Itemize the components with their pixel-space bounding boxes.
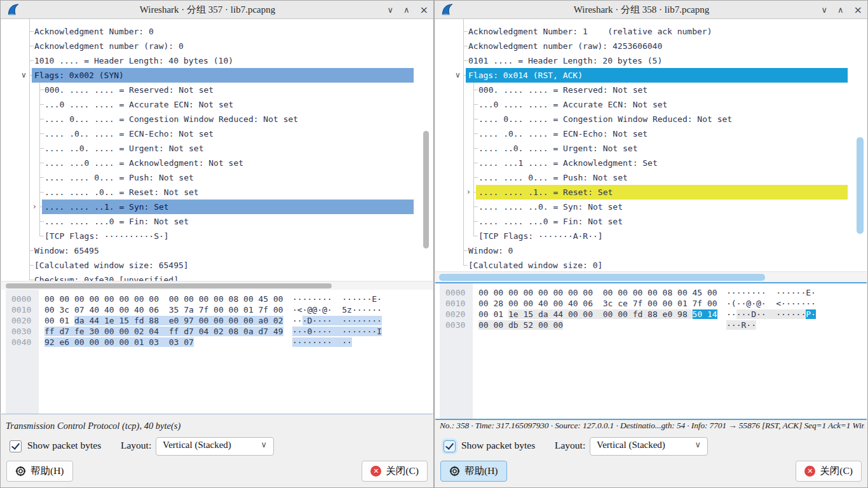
hex-row[interactable]: 002000 01 1e 15 da 44 00 00 00 00 fd 88 … [435,309,867,320]
hex-row[interactable]: 000000 00 00 00 00 00 00 00 00 00 00 00 … [435,287,867,298]
hex-segment[interactable]: 00 00 00 00 00 00 00 00 00 00 00 00 08 0… [44,294,283,304]
hex-row[interactable]: 001000 3c 07 40 40 00 40 06 35 7a 7f 00 … [1,304,433,315]
hex-segment[interactable]: 1e 15 da 44 00 00 00 00 fd 88 e0 98 [508,309,693,319]
hex-row[interactable]: 004092 e6 00 00 00 00 01 03 03 07·······… [1,337,433,348]
close-icon[interactable]: × [854,4,862,16]
tree-row[interactable]: Checksum: 0xfe30 [unverified] [1,273,433,281]
hex-segment[interactable]: ········ ······E· [292,294,382,304]
unshade-icon[interactable]: ∧ [837,5,844,15]
shade-icon[interactable]: ∨ [822,5,828,15]
help-button[interactable]: 帮助(H) [440,461,507,482]
hex-segment[interactable]: ···0···· ·······I [292,327,382,336]
hex-segment[interactable]: ·· [292,316,302,325]
tree-row[interactable]: ›.... .... .1.. = Reset: Set [435,185,867,200]
tree-row[interactable]: Acknowledgment number (raw): 4253606040 [435,39,867,53]
vertical-scrollbar[interactable] [857,137,864,234]
tree-row[interactable]: Acknowledgment number (raw): 0 [1,39,433,53]
tree-row[interactable]: .... ..0. .... = Urgent: Not set [435,141,867,156]
packet-bytes-pane[interactable]: 000000 00 00 00 00 00 00 00 00 00 00 00 … [435,282,867,420]
tree-row[interactable]: .... ...1 .... = Acknowledgment: Set [435,156,867,170]
show-packet-bytes-checkbox[interactable] [444,440,456,452]
close-icon[interactable]: × [420,4,428,16]
hex-segment[interactable]: P· [806,309,816,319]
tree-row[interactable]: ∨Flags: 0x014 (RST, ACK) [435,68,867,83]
tree-row[interactable]: .... .0.. .... = ECN-Echo: Not set [435,126,867,141]
expand-icon[interactable]: › [33,200,36,214]
hex-segment[interactable]: 00 28 00 00 40 00 40 06 3c ce 7f 00 00 0… [478,299,717,308]
layout-dropdown[interactable]: Vertical (Stacked) ∨ [590,437,708,456]
tree-row[interactable]: [TCP Flags: ·······A·R··] [435,229,867,243]
tree-row[interactable]: 0101 .... = Header Length: 20 bytes (5) [435,53,867,68]
tree-row[interactable]: .... .... ..0. = Syn: Not set [435,200,867,214]
hex-segment[interactable]: 00 3c 07 40 40 00 40 06 35 7a 7f 00 00 0… [44,305,283,315]
tree-row[interactable]: .... .... 0... = Push: Not set [1,170,433,185]
tree-row[interactable]: Window: 0 [435,243,867,258]
tree-row[interactable]: 000. .... .... = Reserved: Not set [435,83,867,97]
tree-row[interactable]: .... .... 0... = Push: Not set [435,170,867,185]
tree-row[interactable]: .... .0.. .... = ECN-Echo: Not set [1,126,433,141]
hex-segment[interactable]: 00 00 00 00 00 00 00 00 00 00 00 00 08 0… [478,288,717,297]
tree-row[interactable]: .... .... ...0 = Fin: Not set [435,214,867,229]
hex-segment[interactable]: ff d7 fe 30 00 00 02 04 ff d7 04 02 08 0… [44,327,283,336]
layout-dropdown[interactable]: Vertical (Stacked) ∨ [156,437,274,456]
hex-segment[interactable]: ···R·· [726,320,756,330]
tree-row[interactable]: .... 0... .... = Congestion Window Reduc… [435,112,867,126]
hex-row[interactable]: 001000 28 00 00 40 00 40 06 3c ce 7f 00 … [435,298,867,309]
horizontal-scrollbar[interactable] [1,281,433,290]
shade-icon[interactable]: ∨ [388,5,394,15]
tree-row[interactable]: [TCP Flags: ··········S·] [1,229,433,243]
tree-row[interactable]: .... .... ...0 = Fin: Not set [1,214,433,229]
hex-segment[interactable]: ·· [726,309,736,319]
hex-segment[interactable]: ·<·@@·@· 5z······ [292,305,382,315]
close-button[interactable]: ✕ 关闭(C) [362,461,428,482]
packet-bytes-pane[interactable]: 000000 00 00 00 00 00 00 00 00 00 00 00 … [1,290,433,414]
titlebar[interactable]: Wireshark · 分组 358 · lib7.pcapng ∨ ∧ × [435,1,867,19]
tree-row[interactable]: .... .... .0.. = Reset: Not set [1,185,433,200]
tree-row-label: .... .... .1.. = Reset: Set [478,185,613,200]
tree-row[interactable]: [Calculated window size: 65495] [1,258,433,273]
tree-row[interactable]: .... 0... .... = Congestion Window Reduc… [1,112,433,126]
hex-row[interactable]: 002000 01 da 44 1e 15 fd 88 e0 97 00 00 … [1,315,433,326]
tree-row[interactable]: [Calculated window size: 0] [435,258,867,271]
hex-segment[interactable]: ·(··@·@· <······· [726,299,816,308]
hex-segment[interactable]: 00 01 [478,309,508,319]
collapse-icon[interactable]: ∨ [455,68,461,83]
hex-segment[interactable]: 00 00 db 52 00 00 [478,320,563,330]
packet-detail-tree[interactable]: Acknowledgment Number: 1 (relative ack n… [435,19,867,271]
hex-row[interactable]: 003000 00 db 52 00 00···R·· [435,320,867,330]
hex-segment[interactable]: ········ ······E· [726,288,816,297]
tree-row[interactable]: Acknowledgment Number: 1 (relative ack n… [435,24,867,39]
show-packet-bytes-checkbox[interactable] [10,440,22,452]
vertical-scrollbar[interactable] [423,131,429,248]
tree-row[interactable]: ∨Flags: 0x002 (SYN) [1,68,433,83]
hex-segment[interactable]: ·D···· ········ [302,316,382,325]
hex-bytes: 00 00 00 00 00 00 00 00 00 00 00 00 08 0… [478,287,717,298]
tree-row[interactable]: ...0 .... .... = Accurate ECN: Not set [435,97,867,112]
packet-detail-tree[interactable]: Acknowledgment Number: 0Acknowledgment n… [1,19,433,281]
hex-bytes: 00 28 00 00 40 00 40 06 3c ce 7f 00 00 0… [478,298,717,309]
tree-row[interactable]: Window: 65495 [1,243,433,258]
hex-segment[interactable]: 50 14 [693,309,717,319]
help-button[interactable]: 帮助(H) [6,461,73,482]
titlebar[interactable]: Wireshark · 分组 357 · lib7.pcapng ∨ ∧ × [1,1,433,19]
hex-segment[interactable]: 00 01 [44,316,74,325]
hex-ascii: ·<·@@·@· 5z······ [292,304,382,315]
expand-icon[interactable]: › [467,185,470,200]
tree-row[interactable]: ›.... .... ..1. = Syn: Set [1,200,433,214]
tree-row[interactable]: ...0 .... .... = Accurate ECN: Not set [1,97,433,112]
horizontal-scrollbar[interactable] [435,271,867,283]
tree-row[interactable]: Acknowledgment Number: 0 [1,24,433,39]
hex-row[interactable]: 000000 00 00 00 00 00 00 00 00 00 00 00 … [1,294,433,304]
collapse-icon[interactable]: ∨ [21,68,27,83]
hex-row[interactable]: 0030ff d7 fe 30 00 00 02 04 ff d7 04 02 … [1,326,433,337]
unshade-icon[interactable]: ∧ [403,5,410,15]
hex-segment[interactable]: 92 e6 00 00 00 00 01 03 03 07 [44,337,194,347]
hex-segment[interactable]: da 44 1e 15 fd 88 e0 97 00 00 00 00 a0 0… [74,316,283,325]
tree-row[interactable]: 1010 .... = Header Length: 40 bytes (10) [1,53,433,68]
hex-segment[interactable]: ········ ·· [292,337,352,347]
close-button[interactable]: ✕ 关闭(C) [796,461,862,482]
tree-row[interactable]: .... ..0. .... = Urgent: Not set [1,141,433,156]
tree-row[interactable]: .... ...0 .... = Acknowledgment: Not set [1,156,433,170]
hex-segment[interactable]: ···D·· ······ [736,309,806,319]
tree-row[interactable]: 000. .... .... = Reserved: Not set [1,83,433,97]
